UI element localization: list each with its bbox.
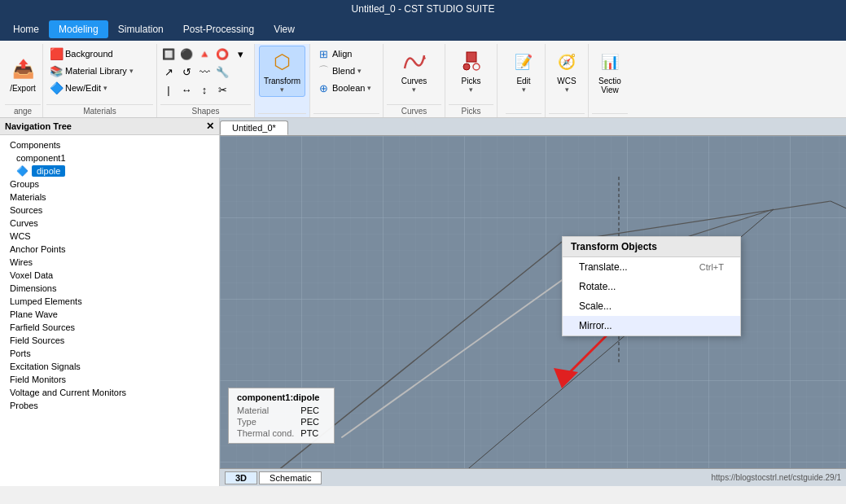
transform-button[interactable]: ⬡ Transform ▾ bbox=[259, 46, 305, 97]
viewport-bottom-tabs: 3D Schematic bbox=[225, 471, 322, 484]
menu-modeling[interactable]: Modeling bbox=[49, 20, 108, 38]
ribbon-section-transform: ⬡ Transform ▾ bbox=[255, 44, 310, 117]
nav-item-field-monitors[interactable]: Field Monitors bbox=[0, 373, 219, 386]
ribbon-section-edit: 📝 Edit ▾ bbox=[502, 44, 546, 117]
nav-item-excitation-signals[interactable]: Excitation Signals bbox=[0, 360, 219, 373]
nav-item-plane-wave[interactable]: Plane Wave bbox=[0, 308, 219, 321]
transform-mirror[interactable]: Mirror... bbox=[563, 316, 740, 335]
svg-rect-1 bbox=[467, 52, 476, 62]
section-view-button[interactable]: 📊 SectioView bbox=[592, 46, 628, 98]
nav-item-wcs[interactable]: WCS bbox=[0, 230, 219, 243]
shape-triangle-btn[interactable]: 🔺 bbox=[196, 46, 213, 62]
transform-scale[interactable]: Scale... bbox=[563, 296, 740, 316]
background-button[interactable]: 🟥 Background bbox=[46, 46, 116, 62]
transform-label bbox=[258, 113, 306, 117]
info-material-label: Material bbox=[237, 405, 300, 416]
nav-item-dimensions[interactable]: Dimensions bbox=[0, 282, 219, 295]
nav-item-component1[interactable]: component1 bbox=[0, 151, 219, 164]
new-edit-icon: 🔷 bbox=[50, 81, 63, 94]
info-row-type: Type PEC bbox=[237, 416, 326, 427]
nav-item-lumped-elements[interactable]: Lumped Elements bbox=[0, 295, 219, 308]
boolean-icon: ⊕ bbox=[317, 81, 330, 94]
ribbon-section-export: 📤 /Export ange bbox=[3, 44, 43, 117]
nav-tree-container: Components component1 🔷 dipole Groups Ma… bbox=[0, 135, 219, 412]
nav-item-materials[interactable]: Materials bbox=[0, 191, 219, 204]
shape-loft-btn[interactable]: 🔧 bbox=[214, 64, 230, 80]
viewport: Untitled_0* bbox=[220, 118, 846, 486]
shapes-row-3: | ↔ ↕ ✂ bbox=[160, 81, 248, 98]
info-row-thermal: Thermal cond. PTC bbox=[237, 427, 326, 439]
transform-rotate[interactable]: Rotate... bbox=[563, 277, 740, 296]
shape-ring-btn[interactable]: ⭕ bbox=[214, 46, 230, 62]
nav-item-curves[interactable]: Curves bbox=[0, 217, 219, 230]
material-library-button[interactable]: 📚 Material Library ▾ bbox=[46, 63, 137, 79]
section-view-icon: 📊 bbox=[597, 49, 623, 75]
nav-tree-close[interactable]: ✕ bbox=[206, 121, 214, 132]
align-button[interactable]: ⊞ Align bbox=[313, 46, 355, 62]
viewport-tab-strip: Untitled_0* bbox=[220, 118, 846, 136]
shape-r1-btn[interactable]: | bbox=[160, 81, 177, 98]
shape-rotate-btn[interactable]: ↺ bbox=[178, 64, 195, 80]
edit-button[interactable]: 📝 Edit ▾ bbox=[506, 46, 541, 97]
vp-tab-schematic[interactable]: Schematic bbox=[259, 471, 322, 484]
scale-label: Scale... bbox=[579, 300, 611, 312]
shape-r2-btn[interactable]: ↔ bbox=[178, 81, 195, 98]
shape-r4-btn[interactable]: ✂ bbox=[214, 81, 230, 98]
ribbon-section-section-view: 📊 SectioView bbox=[589, 44, 631, 117]
shape-cube-btn[interactable]: 🔲 bbox=[160, 46, 177, 62]
wcs-label bbox=[549, 113, 585, 117]
align-label bbox=[313, 113, 379, 117]
shapes-label: Shapes bbox=[160, 104, 251, 117]
menu-home[interactable]: Home bbox=[3, 20, 49, 38]
nav-item-wires[interactable]: Wires bbox=[0, 256, 219, 269]
nav-item-voxel-data[interactable]: Voxel Data bbox=[0, 269, 219, 282]
ribbon-section-align: ⊞ Align ⌒ Blend ▾ ⊕ Boolean ▾ bbox=[310, 44, 384, 117]
nav-item-probes[interactable]: Probes bbox=[0, 399, 219, 412]
viewport-bottom-bar: 3D Schematic https://blogstocstrl.net/cs… bbox=[220, 468, 846, 486]
nav-item-ports[interactable]: Ports bbox=[0, 347, 219, 360]
nav-item-components[interactable]: Components bbox=[0, 138, 219, 151]
info-table: Material PEC Type PEC Thermal cond. PTC bbox=[237, 405, 326, 439]
viewport-tab-untitled[interactable]: Untitled_0* bbox=[220, 121, 288, 135]
menu-postprocessing[interactable]: Post-Processing bbox=[173, 20, 264, 38]
nav-item-farfield-sources[interactable]: Farfield Sources bbox=[0, 321, 219, 334]
nav-item-dipole[interactable]: dipole bbox=[32, 165, 65, 177]
picks-button[interactable]: Picks ▾ bbox=[450, 46, 493, 97]
shape-more-btn[interactable]: ▾ bbox=[232, 46, 248, 62]
info-box: component1:dipole Material PEC Type PEC … bbox=[228, 388, 335, 444]
svg-point-3 bbox=[463, 64, 470, 70]
transform-translate[interactable]: Translate... Ctrl+T bbox=[563, 257, 740, 277]
nav-item-groups[interactable]: Groups bbox=[0, 177, 219, 191]
blend-icon: ⌒ bbox=[317, 64, 330, 77]
ribbon-section-picks: Picks ▾ Picks bbox=[445, 44, 498, 117]
nav-item-sources[interactable]: Sources bbox=[0, 204, 219, 217]
menu-bar: Home Modeling Simulation Post-Processing… bbox=[0, 18, 846, 41]
shape-sweep-btn[interactable]: 〰 bbox=[196, 64, 213, 80]
curves-button[interactable]: Curves ▾ bbox=[390, 46, 439, 97]
nav-item-voltage-current[interactable]: Voltage and Current Monitors bbox=[0, 386, 219, 399]
vp-tab-3d[interactable]: 3D bbox=[225, 471, 257, 484]
new-edit-button[interactable]: 🔷 New/Edit ▾ bbox=[46, 80, 111, 96]
blend-button[interactable]: ⌒ Blend ▾ bbox=[313, 63, 365, 79]
info-thermal-label: Thermal cond. bbox=[237, 427, 300, 439]
shapes-row-1: 🔲 ⚫ 🔺 ⭕ ▾ bbox=[160, 46, 248, 62]
nav-item-anchor-points[interactable]: Anchor Points bbox=[0, 243, 219, 256]
ribbon-section-shapes: 🔲 ⚫ 🔺 ⭕ ▾ ↗ ↺ 〰 🔧 | ↔ ↕ ✂ bbox=[157, 44, 255, 117]
curves-label: Curves bbox=[387, 104, 441, 117]
align-icon: ⊞ bbox=[317, 47, 330, 60]
transform-icon: ⬡ bbox=[269, 49, 295, 75]
menu-view[interactable]: View bbox=[264, 20, 305, 38]
wcs-button[interactable]: 🧭 WCS ▾ bbox=[549, 46, 585, 97]
shape-r3-btn[interactable]: ↕ bbox=[196, 81, 213, 98]
export-button[interactable]: 📤 /Export bbox=[5, 53, 41, 96]
boolean-button[interactable]: ⊕ Boolean ▾ bbox=[313, 80, 375, 96]
ribbon-section-wcs: 🧭 WCS ▾ bbox=[546, 44, 589, 117]
edit-label bbox=[506, 113, 541, 117]
picks-icon bbox=[458, 49, 484, 75]
shape-sphere-btn[interactable]: ⚫ bbox=[178, 46, 195, 62]
info-material-value: PEC bbox=[300, 405, 326, 416]
menu-simulation[interactable]: Simulation bbox=[108, 20, 173, 38]
nav-item-field-sources[interactable]: Field Sources bbox=[0, 334, 219, 347]
shape-extrude-btn[interactable]: ↗ bbox=[160, 64, 177, 80]
info-title: component1:dipole bbox=[237, 392, 326, 402]
